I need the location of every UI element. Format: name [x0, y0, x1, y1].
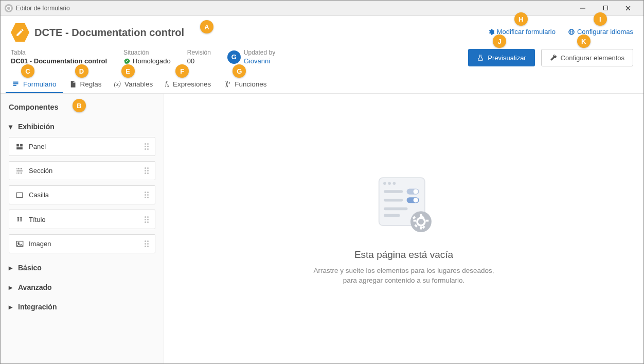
configure-elements-label: Configurar elementos	[561, 54, 624, 62]
svg-rect-2	[16, 144, 19, 147]
tab-variables[interactable]: (x) Variables E	[108, 76, 159, 93]
component-seccion[interactable]: Sección	[9, 161, 155, 180]
tab-expresiones[interactable]: fx Expresiones F	[159, 76, 217, 93]
box-icon	[15, 192, 24, 198]
tab-expresiones-label: Expresiones	[173, 80, 211, 88]
component-casilla[interactable]: Casilla	[9, 185, 155, 204]
tab-funciones[interactable]: Funciones G	[217, 76, 273, 93]
drag-handle-icon[interactable]	[145, 192, 149, 198]
svg-point-14	[393, 182, 396, 185]
callout-G: G	[232, 64, 246, 78]
chevron-down-icon: ▾	[9, 123, 14, 131]
svg-rect-18	[384, 199, 403, 202]
svg-point-10	[17, 242, 19, 244]
header-links: Modificar formulario H Configurar idioma…	[488, 28, 633, 37]
chevron-right-icon: ▸	[9, 264, 14, 272]
avatar: G	[227, 50, 241, 64]
app-icon	[5, 4, 13, 12]
section-avanzado-header[interactable]: ▸ Avanzado	[9, 280, 155, 294]
empty-title: Esta página está vacía	[354, 249, 453, 261]
action-buttons: Previsualizar J Configurar elementos K	[468, 49, 633, 66]
section-exhibicion: ▾ Exhibición Panel S	[9, 119, 155, 255]
section-avanzado-label: Avanzado	[18, 283, 52, 291]
component-panel[interactable]: Panel	[9, 137, 155, 156]
component-titulo-label: Título	[29, 216, 46, 223]
preview-button[interactable]: Previsualizar	[468, 49, 534, 66]
section-exhibicion-header[interactable]: ▾ Exhibición	[9, 119, 155, 134]
page-title: DCTE - Documentation control	[34, 27, 184, 39]
svg-point-12	[383, 182, 386, 185]
canvas[interactable]: Esta página está vacía Arrastre y suelte…	[164, 94, 643, 363]
image-icon	[15, 240, 24, 247]
section-integracion-label: Integración	[18, 303, 57, 311]
meta-updated: G Updated by Giovanni	[227, 49, 275, 65]
configure-languages-link[interactable]: Configurar idiomas	[568, 28, 633, 36]
drag-handle-icon[interactable]	[145, 167, 149, 174]
tab-funciones-label: Funciones	[235, 80, 266, 88]
tab-reglas-label: Reglas	[80, 80, 102, 88]
check-badge-icon	[123, 58, 131, 65]
section-basico-label: Básico	[18, 264, 42, 272]
svg-rect-4	[16, 147, 23, 149]
form-tab-icon	[12, 80, 20, 88]
component-titulo[interactable]: H Título	[9, 210, 155, 229]
svg-rect-21	[384, 207, 407, 210]
meta-tabla-label: Tabla	[11, 49, 107, 56]
header: DCTE - Documentation control A Modificar…	[1, 16, 643, 42]
tab-formulario[interactable]: Formulario C	[6, 76, 63, 93]
meta-row: Tabla DC01 - Documentation control Situa…	[1, 42, 643, 66]
callout-J: J	[493, 34, 506, 48]
callout-C: C	[21, 64, 34, 78]
globe-icon	[568, 28, 575, 36]
meta-situacion: Situación Homologado	[123, 49, 171, 65]
drag-handle-icon[interactable]	[145, 240, 149, 247]
svg-rect-15	[384, 190, 403, 193]
window-controls	[571, 1, 639, 15]
svg-rect-8	[16, 193, 23, 197]
sidebar: Componentes B ▾ Exhibición Panel	[1, 94, 164, 363]
callout-H: H	[514, 12, 528, 26]
svg-point-17	[414, 189, 418, 194]
callout-A: A	[200, 20, 213, 33]
callout-D: D	[75, 64, 88, 78]
component-panel-label: Panel	[29, 143, 46, 150]
meta-situacion-value: Homologado	[123, 57, 171, 65]
section-basico-header[interactable]: ▸ Básico	[9, 261, 155, 275]
meta-situacion-label: Situación	[123, 49, 171, 56]
chevron-right-icon: ▸	[9, 303, 14, 311]
window-titlebar: Editor de formulario	[1, 1, 643, 16]
flask-icon	[477, 54, 484, 61]
section-icon	[15, 167, 24, 175]
svg-rect-3	[20, 144, 23, 147]
component-imagen[interactable]: Imagen	[9, 234, 155, 253]
heading-icon: H	[15, 215, 24, 223]
window-minimize-button[interactable]	[571, 1, 594, 15]
functions-tab-icon	[223, 80, 231, 88]
window-title: Editor de formulario	[16, 5, 70, 12]
section-avanzado: ▸ Avanzado	[9, 280, 155, 294]
tab-reglas[interactable]: Reglas D	[63, 76, 108, 93]
expressions-tab-icon: fx	[165, 80, 169, 88]
gear-icon	[488, 28, 495, 36]
drag-handle-icon[interactable]	[145, 216, 149, 223]
callout-E: E	[121, 64, 135, 78]
tabs: Formulario C Reglas D (x) Variables E fx…	[1, 66, 643, 94]
meta-tabla-value: DC01 - Documentation control	[11, 57, 107, 65]
section-integracion-header[interactable]: ▸ Integración	[9, 300, 155, 314]
callout-F: F	[175, 64, 189, 78]
wrench-icon	[550, 54, 557, 61]
svg-point-20	[414, 198, 418, 202]
meta-updated-value[interactable]: Giovanni	[244, 57, 275, 65]
window-close-button[interactable]	[617, 1, 639, 15]
configure-elements-button[interactable]: Configurar elementos	[541, 49, 633, 66]
meta-updated-label: Updated by	[244, 49, 275, 56]
tab-variables-label: Variables	[124, 80, 153, 88]
meta-revision-value: 00	[187, 57, 211, 65]
svg-point-13	[388, 182, 391, 185]
svg-rect-1	[603, 6, 607, 10]
svg-rect-0	[580, 8, 585, 8]
empty-description: Arrastre y suelte los elementos para los…	[306, 266, 502, 286]
drag-handle-icon[interactable]	[145, 143, 149, 150]
callout-I: I	[594, 12, 607, 26]
meta-tabla: Tabla DC01 - Documentation control	[11, 49, 107, 65]
